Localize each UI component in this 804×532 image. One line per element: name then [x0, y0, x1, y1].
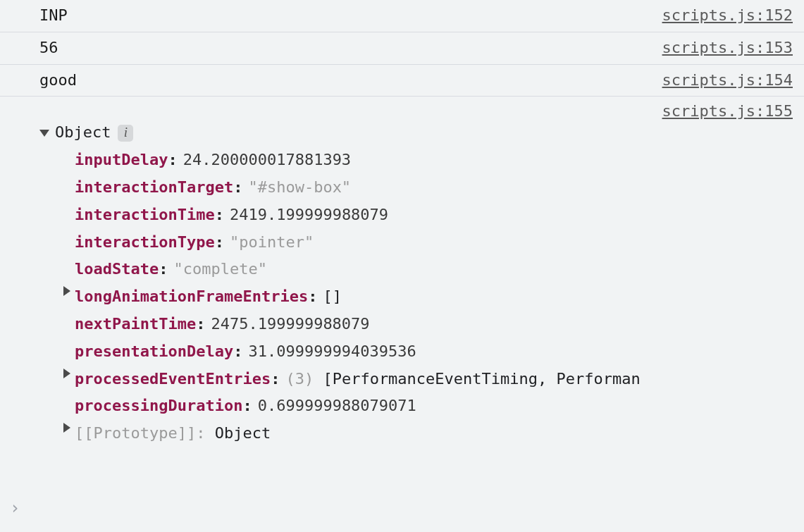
property-row-prototype[interactable]: [[Prototype]]: Object [59, 420, 793, 447]
disclosure-triangle-down-icon[interactable] [39, 130, 49, 137]
property-key: presentationDelay [75, 341, 233, 363]
property-row-expandable[interactable]: processedEventEntries: (3) [PerformanceE… [59, 366, 793, 393]
property-row: interactionType: "pointer" [59, 229, 793, 256]
property-value: [PerformanceEventTiming, Performan [323, 369, 640, 390]
property-row: processingDuration: 0.699999988079071 [59, 392, 793, 420]
property-key: interactionType [75, 232, 215, 254]
log-object-row: scripts.js:155 Object i inputDelay: 24.2… [0, 97, 804, 453]
log-row: INP scripts.js:152 [0, 0, 804, 32]
property-value: 31.099999994039536 [248, 341, 416, 363]
property-key: longAnimationFrameEntries [75, 286, 308, 308]
property-key: processingDuration [75, 395, 242, 417]
property-value: Object [215, 423, 271, 445]
property-value: 24.200000017881393 [183, 149, 351, 171]
source-link[interactable]: scripts.js:152 [662, 5, 793, 27]
property-row-expandable[interactable]: longAnimationFrameEntries: [] [59, 283, 793, 311]
property-key: loadState [75, 259, 159, 280]
property-row: inputDelay: 24.200000017881393 [59, 147, 793, 174]
property-row: presentationDelay: 31.099999994039536 [59, 338, 793, 366]
property-value: "complete" [173, 259, 266, 280]
object-header[interactable]: Object i [39, 120, 793, 145]
property-key: interactionTime [75, 204, 215, 226]
property-value: "pointer" [230, 232, 314, 254]
log-text: 56 [39, 37, 58, 59]
disclosure-triangle-right-icon[interactable] [59, 286, 75, 296]
object-properties: inputDelay: 24.200000017881393 interacti… [39, 145, 793, 447]
property-row: loadState: "complete" [59, 256, 793, 283]
property-count: (3) [285, 369, 314, 390]
object-label: Object [55, 122, 111, 144]
source-link[interactable]: scripts.js:153 [662, 37, 793, 59]
info-icon[interactable]: i [118, 125, 133, 142]
log-text: good [39, 70, 77, 92]
property-row: nextPaintTime: 2475.199999988079 [59, 311, 793, 338]
console-prompt-icon[interactable]: › [10, 497, 20, 521]
property-key: inputDelay [75, 149, 168, 171]
property-value: "#show-box" [248, 177, 351, 199]
property-key: processedEventEntries [75, 369, 271, 390]
property-row: interactionTime: 2419.199999988079 [59, 202, 793, 229]
property-key: nextPaintTime [75, 314, 196, 335]
property-value: 2419.199999988079 [230, 204, 388, 226]
disclosure-triangle-right-icon[interactable] [59, 423, 75, 433]
console-panel: INP scripts.js:152 56 scripts.js:153 goo… [0, 0, 804, 532]
log-row: 56 scripts.js:153 [0, 32, 804, 64]
log-row: good scripts.js:154 [0, 64, 804, 97]
property-value: [] [323, 286, 342, 308]
property-key: interactionTarget [75, 177, 233, 199]
disclosure-triangle-right-icon[interactable] [59, 369, 75, 378]
property-row: interactionTarget: "#show-box" [59, 174, 793, 202]
source-link[interactable]: scripts.js:155 [662, 101, 793, 123]
log-text: INP [39, 5, 68, 27]
source-link[interactable]: scripts.js:154 [662, 70, 793, 92]
property-key: [[Prototype]] [75, 423, 196, 445]
property-value: 2475.199999988079 [211, 314, 369, 335]
property-value: 0.699999988079071 [258, 395, 416, 417]
